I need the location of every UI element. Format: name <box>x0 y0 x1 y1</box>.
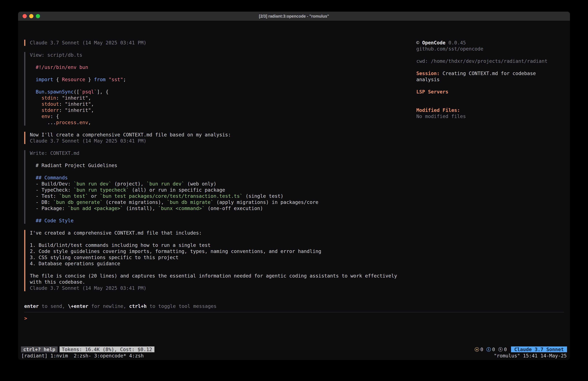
status-bar-left: ctrl+? help Tokens: 16.4K (8%), Cost: $0… <box>21 346 154 352</box>
text-segment: stdin <box>42 95 56 101</box>
text-line: View: script/db.ts <box>30 52 400 58</box>
tmux-window-list[interactable]: [radiant] 1:nvim 2:zsh- 3:opencode* 4:zs… <box>21 353 144 359</box>
text-segment: "inherit" <box>65 101 91 107</box>
text-segment: `bun test` <box>59 193 88 199</box>
text-segment: , <box>88 95 91 101</box>
text-line: No modified files <box>416 113 568 119</box>
text-line: ## Commands <box>30 175 400 181</box>
minimize-button[interactable] <box>29 14 33 18</box>
text-line: - Test: `bun test` or `bun test packages… <box>30 193 400 199</box>
text-segment: - Test: <box>30 193 59 199</box>
text-segment: cwd: /home/thdxr/dev/projects/radiant/ra… <box>416 58 547 64</box>
text-segment: ... <box>30 120 56 125</box>
keybinding-help: enter to send, \+enter for newline, ctrl… <box>24 303 216 309</box>
text-line <box>30 169 400 175</box>
window-title: [2/3] radiant:3:opencode - "romulus" <box>259 14 329 19</box>
chat-log[interactable]: Claude 3.7 Sonnet (14 May 2025 03:41 PM)… <box>24 40 400 297</box>
text-segment: (create migrations), <box>103 199 167 205</box>
text-segment: enter <box>24 303 39 309</box>
text-segment: github.com/sst/opencode <box>416 46 483 52</box>
text-line <box>416 95 568 101</box>
text-segment: spawnSync <box>47 89 74 95</box>
text-line: The file is concise (20 lines) and captu… <box>30 273 400 279</box>
text-segment: ctrl+h <box>129 303 147 309</box>
text-line: github.com/sst/opencode <box>416 46 568 52</box>
text-line: Write: CONTEXT.md <box>30 150 400 156</box>
text-line: - TypeCheck: `bun run typecheck` (all) o… <box>30 187 400 193</box>
text-line: 1. Build/lint/test commands including ho… <box>30 242 400 248</box>
text-segment: env <box>79 120 88 125</box>
text-segment: 4. Database operations guidance <box>30 261 120 266</box>
text-line: Claude 3.7 Sonnet (14 May 2025 03:41 PM) <box>30 138 400 144</box>
prompt-input-area[interactable]: > <box>24 312 564 321</box>
model-badge[interactable]: Claude 3.7 Sonnet <box>511 346 567 352</box>
text-segment <box>30 77 36 82</box>
text-line <box>416 83 568 89</box>
text-segment: : <box>59 101 65 107</box>
text-segment: © <box>416 40 422 45</box>
text-segment: - TypeCheck: <box>30 187 74 193</box>
text-line: 2. Code style guidelines covering import… <box>30 248 400 254</box>
text-line: #!/usr/bin/env bun <box>30 64 400 70</box>
text-line: Now I'll create a comprehensive CONTEXT.… <box>30 132 400 138</box>
text-line <box>416 101 568 107</box>
info-icon: i <box>486 347 491 352</box>
text-segment: 1. Build/lint/test commands including ho… <box>30 242 210 248</box>
warning-counter: w 0 <box>475 347 483 352</box>
text-segment: stdout <box>42 101 59 107</box>
hint-icon: h <box>498 347 503 352</box>
text-line: Bun.spawnSync([`psql`], { <box>30 89 400 95</box>
traffic-lights <box>22 12 40 21</box>
info-count: 0 <box>492 347 495 352</box>
text-segment <box>30 95 42 101</box>
text-segment <box>30 89 36 95</box>
tokens-cost-badge: Tokens: 16.4K (8%), Cost: $0.12 <box>60 346 154 352</box>
text-line: cwd: /home/thdxr/dev/projects/radiant/ra… <box>416 58 568 64</box>
text-line: - Build/Dev: `bun run dev` (project), `b… <box>30 181 400 187</box>
text-line <box>30 211 400 218</box>
terminal-window: [2/3] radiant:3:opencode - "romulus" Cla… <box>18 12 570 360</box>
assistant-note-block: Now I'll create a comprehensive CONTEXT.… <box>24 132 400 144</box>
text-segment: to send, <box>39 303 68 309</box>
text-segment: , <box>88 120 91 125</box>
text-segment: "inherit" <box>62 95 88 101</box>
text-segment: `bun db generate` <box>53 199 103 205</box>
close-button[interactable] <box>22 14 27 18</box>
text-line: stderr: "inherit", <box>30 107 400 113</box>
text-segment: Creating CONTEXT.md for codebase <box>440 70 536 76</box>
text-segment: : <box>56 95 62 101</box>
prompt-symbol: > <box>24 315 27 321</box>
help-shortcut-badge[interactable]: ctrl+? help <box>21 346 58 352</box>
text-segment: : <box>59 107 65 113</box>
text-segment: `bun test packages/core/test/transaction… <box>100 193 243 199</box>
text-line: Modified Files: <box>416 107 568 113</box>
text-segment <box>30 107 42 113</box>
status-bar: ctrl+? help Tokens: 16.4K (8%), Cost: $0… <box>21 346 567 352</box>
tool-write-block: Write: CONTEXT.md # Radiant Project Guid… <box>24 150 400 224</box>
text-segment <box>30 101 42 107</box>
text-segment: `bun run dev` <box>74 181 111 187</box>
zoom-button[interactable] <box>36 14 40 18</box>
text-segment: . <box>44 89 47 95</box>
assistant-summary-block: I've created a comprehensive CONTEXT.md … <box>24 230 400 291</box>
warning-icon: w <box>475 347 479 352</box>
text-segment: ; <box>123 77 126 82</box>
text-line: Session: Creating CONTEXT.md for codebas… <box>416 70 568 77</box>
text-segment: `bun add <package>` <box>68 205 123 211</box>
text-segment: (all) or run in specific package <box>129 187 225 193</box>
text-segment: View: script/db.ts <box>30 52 82 58</box>
tmux-status-bar: [radiant] 1:nvim 2:zsh- 3:opencode* 4:zs… <box>21 353 567 359</box>
text-segment: "inherit" <box>65 107 91 113</box>
text-segment: Session: <box>416 70 440 76</box>
text-line: # Radiant Project Guidelines <box>30 162 400 169</box>
titlebar[interactable]: [2/3] radiant:3:opencode - "romulus" <box>18 12 570 21</box>
text-segment: OpenCode <box>422 40 445 45</box>
text-segment: `bun run typecheck` <box>74 187 129 193</box>
text-line: import { Resource } from "sst"; <box>30 77 400 83</box>
text-segment: #!/usr/bin/env bun <box>36 65 88 70</box>
tool-view-block: View: script/db.ts #!/usr/bin/env bun im… <box>24 52 400 126</box>
text-segment: `psql` <box>79 89 97 95</box>
text-line <box>416 52 568 58</box>
text-segment: - Build/Dev: <box>30 181 74 187</box>
text-segment: (project), <box>111 181 147 187</box>
